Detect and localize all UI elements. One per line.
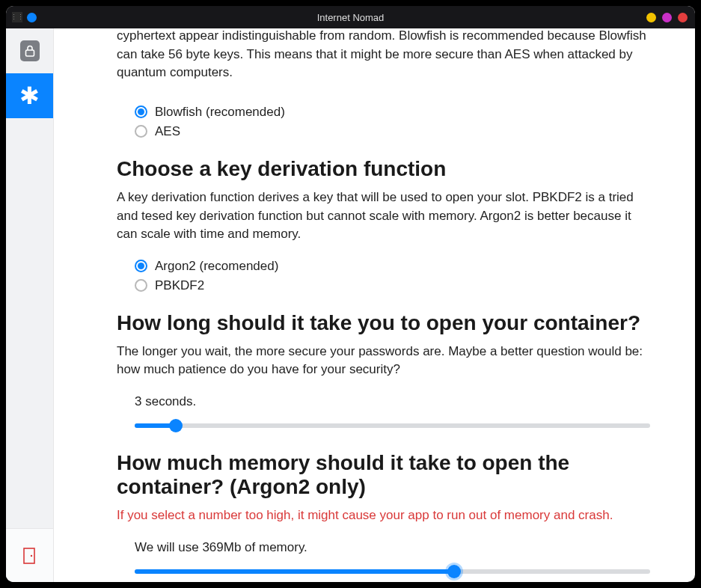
radio-icon — [135, 260, 147, 272]
kdf-desc: A key derivation function derives a key … — [117, 189, 650, 244]
memory-warning: If you select a number too high, it migh… — [117, 506, 650, 525]
window-title: Internet Nomad — [317, 12, 385, 23]
main-scroll[interactable]: cyphertext appear indistinguishable from… — [54, 28, 695, 582]
sidebar-item-settings[interactable]: ✱ — [6, 73, 53, 118]
lock-icon — [20, 40, 40, 61]
titlebar: ⋮⋮ Internet Nomad — [6, 6, 695, 28]
slider-thumb[interactable] — [447, 565, 461, 578]
memory-value-label: We will use 369Mb of memory. — [135, 540, 650, 555]
sidebar: ✱ — [6, 28, 54, 582]
radio-label: AES — [155, 124, 180, 139]
svg-rect-1 — [24, 548, 34, 563]
radio-label: Blowfish (recomended) — [155, 105, 285, 120]
exit-icon — [22, 547, 37, 565]
slider-fill — [135, 569, 454, 574]
asterisk-icon: ✱ — [19, 82, 40, 110]
window-maximize[interactable] — [662, 13, 672, 22]
radio-label: Argon2 (recomended) — [155, 259, 278, 274]
memory-heading: How much memory should it take to open t… — [117, 451, 650, 499]
radio-blowfish[interactable]: Blowfish (recomended) — [135, 105, 650, 120]
sidebar-item-exit[interactable] — [6, 528, 53, 582]
kdf-options: Argon2 (recomended) PBKDF2 — [135, 259, 650, 293]
radio-icon — [135, 105, 147, 118]
time-heading: How long should it take you to open your… — [117, 311, 650, 335]
radio-icon — [135, 279, 147, 292]
memory-slider[interactable] — [135, 564, 650, 579]
radio-pbkdf2[interactable]: PBKDF2 — [135, 278, 650, 293]
kdf-heading: Choose a key derivation function — [117, 157, 650, 181]
radio-icon — [135, 125, 147, 138]
radio-argon2[interactable]: Argon2 (recomended) — [135, 259, 650, 274]
time-value-label: 3 seconds. — [135, 394, 650, 409]
window-dot-blue — [27, 13, 37, 22]
time-desc: The longer you wait, the more secure you… — [117, 343, 650, 379]
window-close[interactable] — [678, 13, 688, 22]
window-minimize[interactable] — [646, 13, 656, 22]
svg-point-2 — [30, 554, 31, 556]
cipher-desc-truncated: cyphertext appear indistinguishable from… — [117, 28, 650, 82]
time-slider[interactable] — [135, 418, 650, 433]
slider-track — [135, 423, 650, 428]
cipher-options: Blowfish (recomended) AES — [135, 105, 650, 139]
sidebar-item-lock[interactable] — [6, 28, 53, 73]
svg-rect-0 — [25, 50, 34, 56]
app-menu-icon[interactable]: ⋮⋮ — [12, 12, 22, 22]
radio-aes[interactable]: AES — [135, 124, 650, 139]
radio-label: PBKDF2 — [155, 278, 204, 293]
slider-thumb[interactable] — [169, 419, 183, 432]
